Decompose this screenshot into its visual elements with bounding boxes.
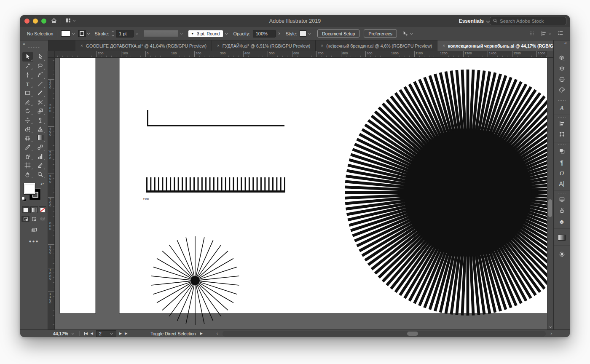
opentype-panel[interactable]: O xyxy=(554,168,570,178)
draw-behind-button[interactable] xyxy=(30,216,38,222)
document-tab[interactable]: ×GOODLIFE ДОРАБОТКА.ai* @ 41,04% (RGB/GP… xyxy=(75,40,212,51)
libraries-panel[interactable] xyxy=(554,75,570,86)
collapse-tools-icon[interactable]: « xyxy=(23,41,25,46)
mesh-tool[interactable] xyxy=(22,134,33,143)
default-fill-stroke-icon[interactable] xyxy=(21,196,27,203)
vertical-scrollbar[interactable] xyxy=(547,58,553,329)
magic-wand-tool[interactable] xyxy=(22,62,33,71)
fill-swatch[interactable] xyxy=(61,30,70,37)
brush-chevron-icon[interactable] xyxy=(225,32,228,35)
artboard-1[interactable] xyxy=(60,58,96,313)
expand-panels-icon[interactable]: « xyxy=(564,40,567,46)
fill-color-well[interactable] xyxy=(24,183,35,195)
panel-grip[interactable] xyxy=(558,193,566,194)
stroke-weight-chevron-icon[interactable] xyxy=(136,32,138,35)
edit-toolbar-button[interactable]: ●●● xyxy=(20,239,48,244)
stroke-chevron-icon[interactable] xyxy=(87,32,90,35)
scroll-down-icon[interactable] xyxy=(549,326,552,328)
width-tool[interactable] xyxy=(22,116,33,125)
horizontal-ruler[interactable]: 2001000100200300400500600700800900100011… xyxy=(55,51,547,58)
draw-inside-button[interactable] xyxy=(38,216,46,222)
shaper-tool[interactable] xyxy=(22,98,33,107)
panel-grip[interactable] xyxy=(558,117,566,118)
perspective-grid-tool[interactable] xyxy=(35,125,46,134)
panel-grip[interactable] xyxy=(558,247,566,249)
align-panel[interactable] xyxy=(554,119,570,130)
zoom-tool[interactable] xyxy=(35,170,46,179)
artboard-tool[interactable] xyxy=(22,161,33,170)
character-styles-panel[interactable]: A xyxy=(554,102,570,113)
transform-cursor-icon[interactable] xyxy=(402,30,413,37)
scroll-right-icon[interactable]: › xyxy=(550,331,552,336)
opacity-field[interactable]: 100% xyxy=(253,30,276,37)
panel-grip[interactable] xyxy=(558,230,566,232)
gradient-tool[interactable] xyxy=(35,134,46,143)
brushes-panel[interactable] xyxy=(554,206,570,216)
eyedropper-tool[interactable] xyxy=(22,143,33,152)
transform-panel[interactable] xyxy=(554,130,570,140)
symbols-panel[interactable]: ♣ xyxy=(554,216,570,227)
scale-tool[interactable] xyxy=(35,107,46,116)
horizontal-scrollbar[interactable] xyxy=(223,331,546,337)
paragraph-panel[interactable]: ¶ xyxy=(554,157,570,168)
panel-grip[interactable] xyxy=(558,100,566,101)
horizontal-scroll-thumb[interactable] xyxy=(407,332,418,336)
style-swatch[interactable] xyxy=(300,30,306,37)
vertical-scroll-thumb[interactable] xyxy=(548,199,552,217)
symbol-sprayer-tool[interactable] xyxy=(22,152,33,161)
layers-panel[interactable] xyxy=(554,64,570,75)
paintbrush-tool[interactable] xyxy=(35,88,46,98)
transparency-panel[interactable] xyxy=(554,250,570,260)
slice-tool[interactable] xyxy=(35,161,46,170)
status-menu-icon[interactable]: ▶ xyxy=(200,332,203,335)
curvature-tool[interactable] xyxy=(35,70,46,80)
workspace-switcher[interactable]: Essentials xyxy=(459,18,490,24)
panel-grip[interactable] xyxy=(558,144,566,145)
close-tab-icon[interactable]: × xyxy=(321,43,323,48)
rectangle-tool[interactable] xyxy=(22,88,33,98)
color-panel[interactable] xyxy=(554,86,570,96)
vertical-ruler[interactable]: 2 0 03 0 04 0 05 0 06 0 07 0 08 0 09 0 0… xyxy=(48,58,55,329)
stroke-weight-stepper[interactable] xyxy=(111,30,115,37)
stroke-swatch[interactable] xyxy=(78,30,86,37)
close-tab-icon[interactable]: × xyxy=(80,43,83,48)
tools-grip[interactable] xyxy=(27,47,40,48)
lasso-tool[interactable] xyxy=(35,62,46,71)
type-tool[interactable]: T xyxy=(22,80,33,89)
opacity-chevron-icon[interactable] xyxy=(278,32,280,35)
align-panel-icon[interactable] xyxy=(541,30,552,37)
fill-chevron-icon[interactable] xyxy=(72,32,75,35)
zoom-level-select[interactable]: 44,17% xyxy=(53,331,68,336)
shape-builder-tool[interactable] xyxy=(22,125,33,134)
close-tab-icon[interactable]: × xyxy=(217,43,220,48)
scissors-tool[interactable] xyxy=(35,98,46,107)
stroke-panel-link[interactable]: Stroke: xyxy=(94,31,109,36)
blend-tool[interactable] xyxy=(35,143,46,152)
variable-width-profile[interactable] xyxy=(144,30,178,37)
opacity-panel-link[interactable]: Opacity: xyxy=(233,31,250,36)
scroll-left-icon[interactable]: ‹ xyxy=(217,331,218,336)
swap-fill-stroke-icon[interactable]: ↶ xyxy=(40,182,44,187)
selection-tool[interactable] xyxy=(22,52,33,62)
canvas-area[interactable]: 1986 xyxy=(55,58,547,329)
artboard-number-select[interactable]: 2 xyxy=(96,330,116,337)
close-tab-icon[interactable]: × xyxy=(442,43,445,48)
stroke-weight-field[interactable]: 1 pt xyxy=(116,30,134,37)
line-segment-tool[interactable] xyxy=(35,80,46,89)
brush-definition-select[interactable]: ●3 pt. Round xyxy=(188,30,223,37)
direct-selection-tool[interactable] xyxy=(35,52,46,62)
none-button[interactable] xyxy=(39,206,46,213)
screen-mode-button[interactable] xyxy=(20,227,48,234)
document-tab[interactable]: ×коллекционный чернобыль.ai @ 44,17% (RG… xyxy=(437,40,570,51)
status-display[interactable]: Toggle Direct Selection xyxy=(150,331,196,336)
hand-tool[interactable] xyxy=(22,170,33,179)
gradient-button[interactable] xyxy=(30,206,38,213)
last-artboard-button[interactable]: ▶ xyxy=(125,332,128,335)
pen-tool[interactable] xyxy=(22,70,33,80)
profile-chevron-icon[interactable] xyxy=(180,32,183,35)
puppet-warp-tool[interactable] xyxy=(35,116,46,125)
preferences-button[interactable]: Preferences xyxy=(364,29,397,37)
color-button[interactable] xyxy=(22,206,30,213)
pathfinder-panel[interactable] xyxy=(554,147,570,157)
search-field[interactable]: Search Adobe Stock xyxy=(490,17,566,25)
